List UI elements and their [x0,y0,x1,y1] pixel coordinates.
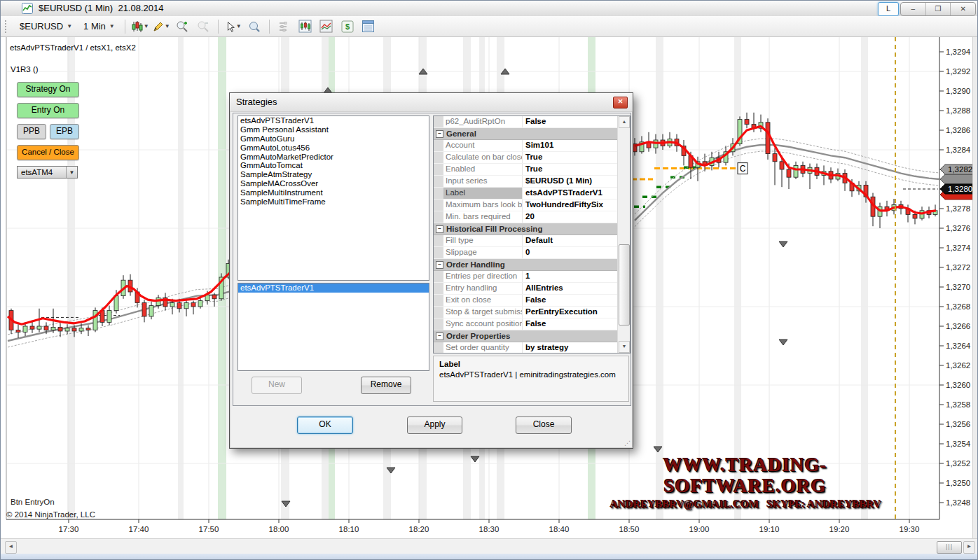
property-row[interactable]: EnabledTrue [434,164,618,176]
bar-type-button[interactable]: ▼ [131,19,149,34]
zoom-out-button[interactable] [194,19,212,34]
list-item[interactable]: SampleMultiInstrument [238,188,429,197]
property-value[interactable]: 0 [523,247,618,258]
list-item[interactable]: Gmm Personal Assistant [238,125,429,134]
dialog-titlebar[interactable]: Strategies ✕ [230,93,633,112]
chart-trader-button[interactable] [275,19,294,34]
property-value[interactable]: True [523,152,618,163]
strategy-on-button[interactable]: Strategy On [17,82,79,97]
cancel-close-button[interactable]: Cancel / Close [17,145,79,160]
draw-button[interactable]: ▼ [152,19,170,34]
indicators-button[interactable] [317,19,336,34]
property-row[interactable]: Set order quantityby strategy [434,342,618,354]
dialog-close-button2[interactable]: Close [516,416,572,434]
property-row[interactable]: Maximum bars look backTwoHundredFiftySix [434,200,618,211]
list-item[interactable]: GmmAutoTomcat [238,161,429,170]
property-value[interactable]: AllEntries [523,283,618,294]
ok-button[interactable]: OK [297,416,353,434]
scrollbar-thumb[interactable]: ||| [937,541,962,554]
horizontal-scrollbar[interactable]: ◄ ||| ► [1,538,977,554]
property-row[interactable]: Stop & target submissionPerEntryExecutio… [434,307,618,318]
collapse-icon[interactable]: − [436,130,443,138]
entry-on-button[interactable]: Entry On [17,103,79,118]
property-row[interactable]: AccountSim101 [434,140,618,152]
property-value[interactable]: True [523,164,618,175]
property-value[interactable]: 1 [523,271,618,282]
property-row[interactable]: p62_AuditRptOnFalse [434,116,618,128]
property-row[interactable]: Entries per direction1 [434,271,618,283]
collapse-icon[interactable]: − [436,225,443,233]
property-grid-scrollbar[interactable]: ▲ ▼ [617,116,630,353]
new-button[interactable]: New [252,377,302,394]
property-category[interactable]: −Order Handling [434,259,618,271]
window-titlebar[interactable]: $EURUSD (1 Min) 21.08.2014 L – ❐ ✕ [1,1,977,17]
list-item[interactable]: etsAdvPTSTraderV1 [238,284,429,293]
property-value[interactable]: TwoHundredFiftySix [523,200,618,211]
dialog-close-button[interactable]: ✕ [613,97,628,108]
link-button[interactable]: L [878,2,899,16]
list-item[interactable]: GmmAutoLotus456 [238,144,429,153]
resize-grip[interactable]: ⋰ [624,440,630,446]
property-category[interactable]: −General [434,128,618,140]
instrument-selector[interactable]: $EURUSD▼ [15,20,76,33]
scrollbar-thumb[interactable] [619,244,630,326]
property-row[interactable]: Slippage0 [434,247,618,259]
new-chart-button[interactable] [296,19,315,34]
price-axis[interactable]: 1,32941,32921,32901,32881,32861,32841,32… [939,48,971,507]
selected-strategy-listbox[interactable]: etsAdvPTSTraderV1 [237,283,429,371]
property-value[interactable]: False [523,295,618,306]
list-item[interactable]: GmmAutoMarketPredictor [238,153,429,162]
properties-button[interactable] [359,19,378,34]
remove-button[interactable]: Remove [361,377,411,394]
property-row[interactable]: Input series$EURUSD (1 Min) [434,176,618,188]
zoom-in-button[interactable] [173,19,191,34]
property-category[interactable]: −Order Properties [434,330,618,342]
list-item[interactable]: SampleMultiTimeFrame [238,197,429,206]
atm-strategy-selector[interactable]: etsATM4 ▼ [17,166,78,178]
strategy-listbox[interactable]: etsAdvPTSTraderV1Gmm Personal AssistantG… [237,115,429,281]
scroll-right-button[interactable]: ► [963,541,975,554]
property-row[interactable]: Exit on closeFalse [434,295,618,307]
list-item[interactable]: etsAdvPTSTraderV1 [238,116,429,125]
list-item[interactable]: SampleMACrossOver [238,179,429,188]
property-category[interactable]: −Historical Fill Processing [434,223,618,235]
collapse-icon[interactable]: − [436,261,443,269]
property-row[interactable]: Calculate on bar closeTrue [434,152,618,164]
property-value[interactable]: False [523,116,618,127]
property-value[interactable]: Default [523,235,618,246]
property-row[interactable]: Fill typeDefault [434,235,618,247]
property-row[interactable]: LabeletsAdvPTSTraderV1 [434,188,618,200]
restore-button[interactable]: ❐ [926,3,951,15]
crosshair-button[interactable] [245,19,263,34]
property-row[interactable]: Entry handlingAllEntries [434,283,618,295]
interval-selector[interactable]: 1 Min▼ [79,20,119,33]
scroll-down-button[interactable]: ▼ [619,341,630,353]
property-value[interactable]: $EURUSD (1 Min) [523,176,618,187]
ppb-button[interactable]: PPB [17,124,46,139]
collapse-icon[interactable]: − [436,332,443,340]
candlestick-icon [131,20,144,33]
svg-text:1,3258: 1,3258 [946,400,970,409]
apply-button[interactable]: Apply [407,416,462,434]
scroll-up-button[interactable]: ▲ [619,116,630,128]
property-value[interactable]: etsAdvPTSTraderV1 [523,188,618,199]
time-axis[interactable]: 17:3017:4017:5018:0018:1018:2018:3018:40… [59,519,920,533]
strategy-property-grid[interactable]: p62_AuditRptOnFalse−GeneralAccountSim101… [433,115,631,354]
property-row[interactable]: Min. bars required20 [434,211,618,223]
close-button[interactable]: ✕ [951,3,975,15]
list-item[interactable]: GmmAutoGuru [238,134,429,144]
property-value[interactable]: 20 [523,211,618,223]
data-series-button[interactable]: $ [338,19,357,34]
list-item[interactable]: SampleAtmStrategy [238,170,429,179]
c-order-marker: C [738,163,748,174]
property-value[interactable]: False [523,318,618,330]
property-value[interactable]: by strategy [523,342,618,354]
scroll-left-button[interactable]: ◄ [5,541,17,554]
epb-button[interactable]: EPB [50,124,79,139]
property-value[interactable]: Sim101 [523,140,618,151]
minimize-button[interactable]: – [901,3,926,15]
property-value[interactable]: PerEntryExecution [523,307,618,318]
toolbar-grip[interactable] [5,20,10,33]
property-row[interactable]: Sync account positionFalse [434,318,618,330]
cursor-button[interactable]: ▼ [224,19,242,34]
